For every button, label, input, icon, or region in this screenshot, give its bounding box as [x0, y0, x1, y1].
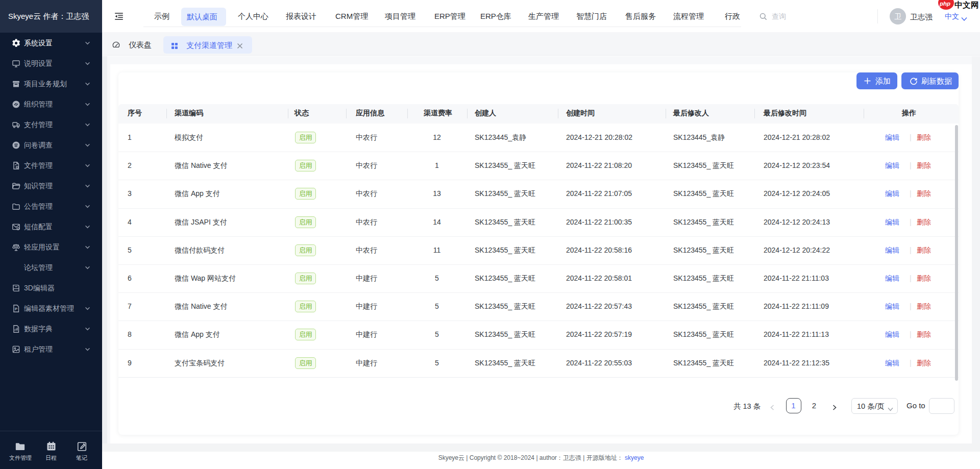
svg-text:P: P	[15, 307, 17, 311]
